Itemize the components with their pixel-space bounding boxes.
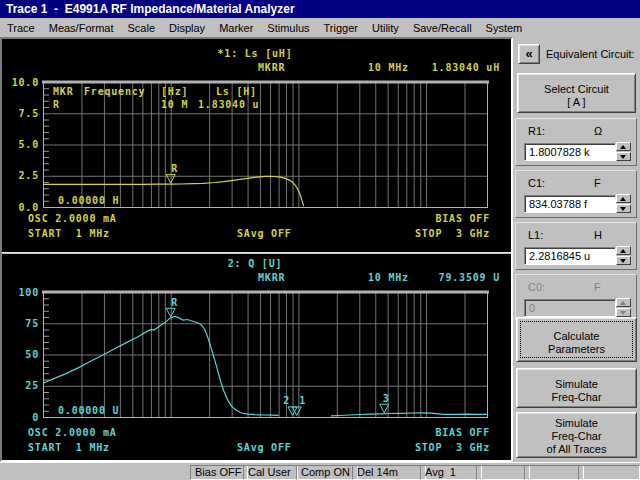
- status-bar: Bias OFFCal UserComp ONDel 14mAvg 1: [0, 462, 640, 480]
- y-tick-label: 2.5: [19, 170, 39, 181]
- y-tick-label: 100: [19, 287, 39, 298]
- y-tick-label: 25: [25, 380, 39, 391]
- status-del-14m: Del 14m: [352, 465, 426, 480]
- start-freq-label: START 1 MHz: [28, 228, 110, 239]
- calculate-label-line2: Parameters: [517, 343, 636, 356]
- param-group-r1: R1:Ω: [515, 118, 637, 166]
- param-group-l1: L1:H: [515, 222, 637, 270]
- param-unit-l1: H: [594, 229, 602, 241]
- ls-chart: 10.07.55.02.50.0R*1: Ls [uH]MKRR10 MHz1.…: [2, 39, 511, 252]
- spin-down-button-l1[interactable]: [616, 256, 631, 265]
- chart-title: 2: Q [U]: [228, 258, 283, 269]
- menu-item-utility[interactable]: Utility: [365, 22, 406, 34]
- simulate-label-line1: Simulate: [517, 378, 636, 391]
- menu-item-trace[interactable]: Trace: [0, 22, 42, 34]
- spin-up-button-r1[interactable]: [616, 142, 631, 151]
- marker-table-header: Ls [H]: [216, 86, 257, 97]
- menu-item-system[interactable]: System: [479, 22, 530, 34]
- equivalent-circuit-panel: « Equivalent Circuit: Select Circuit [ A…: [513, 37, 640, 462]
- param-group-c1: C1:F: [515, 170, 637, 218]
- spin-down-button-c1[interactable]: [616, 204, 631, 213]
- simulate-all-label-line1: Simulate: [517, 417, 636, 430]
- marker-readout-freq: 10 MHz: [368, 272, 409, 283]
- collapse-panel-button[interactable]: «: [518, 44, 540, 64]
- param-input-l1[interactable]: [524, 247, 616, 265]
- marker-table-cell: 10 M: [161, 99, 188, 110]
- y-tick-label: 50: [25, 349, 39, 360]
- param-unit-c0: F: [594, 281, 601, 293]
- param-spinner-r1: [616, 142, 631, 161]
- param-label-r1: R1:: [528, 125, 545, 137]
- marker-table-cell: 1.83040 u: [198, 99, 259, 110]
- menu-item-stimulus[interactable]: Stimulus: [260, 22, 316, 34]
- chart-title: *1: Ls [uH]: [217, 48, 292, 59]
- marker-readout-value: 79.3509 U: [439, 272, 500, 283]
- simulate-freq-char-all-traces-button[interactable]: Simulate Freq-Char of All Traces: [516, 412, 637, 458]
- y-tick-label: 7.5: [19, 108, 39, 119]
- simulate-label-line2: Freq-Char: [517, 391, 636, 404]
- y-tick-label: 75: [25, 318, 39, 329]
- marker-readout-freq: 10 MHz: [368, 62, 409, 73]
- menu-item-scale[interactable]: Scale: [121, 22, 163, 34]
- param-input-c0[interactable]: [524, 299, 616, 317]
- spin-up-button-c1[interactable]: [616, 194, 631, 203]
- select-circuit-button[interactable]: Select Circuit [ A ]: [517, 73, 636, 113]
- marker-table-header: MKR: [53, 86, 74, 97]
- q-chart: 1007550250R2132: Q [U]MKRR10 MHz79.3509 …: [2, 254, 511, 460]
- menu-item-marker[interactable]: Marker: [212, 22, 260, 34]
- marker-table-header: Frequency: [84, 86, 145, 97]
- y-tick-label: 5.0: [19, 139, 39, 150]
- marker-readout-name: MKRR: [258, 62, 285, 73]
- status-bias-off: Bias OFF: [190, 465, 248, 480]
- select-circuit-label-line2: [ A ]: [518, 96, 635, 109]
- menu-item-meas-format[interactable]: Meas/Format: [42, 22, 121, 34]
- param-spinner-c0: [616, 298, 631, 317]
- param-spinner-l1: [616, 246, 631, 265]
- spin-up-button-c0[interactable]: [616, 298, 631, 307]
- sweep-avg-label: SAvg OFF: [237, 228, 292, 239]
- spin-up-button-l1[interactable]: [616, 246, 631, 255]
- y-tick-label: 10.0: [12, 77, 39, 88]
- marker-table-cell: R: [53, 99, 60, 110]
- status-empty-cell: [476, 465, 530, 480]
- param-label-c0: C0:: [528, 281, 545, 293]
- marker-readout-value: 1.83040 uH: [432, 62, 500, 73]
- marker-2-label: 2: [283, 395, 290, 406]
- status-empty-cell: [578, 465, 640, 480]
- marker-3-triangle: [380, 404, 389, 413]
- status-cal-user: Cal User: [243, 465, 298, 480]
- reference-level-label: 0.00000 U: [58, 405, 119, 416]
- graph-display-area: 10.07.55.02.50.0R*1: Ls [uH]MKRR10 MHz1.…: [0, 37, 513, 462]
- bias-status-label: BIAS OFF: [435, 427, 490, 438]
- simulate-freq-char-button[interactable]: Simulate Freq-Char: [516, 368, 637, 408]
- menu-item-trigger[interactable]: Trigger: [317, 22, 365, 34]
- stop-freq-label: STOP 3 GHz: [415, 228, 490, 239]
- param-group-c0: C0:F: [515, 274, 637, 322]
- trace-q: [43, 316, 279, 415]
- spin-down-button-c0[interactable]: [616, 308, 631, 317]
- y-tick-label: 0.0: [19, 202, 39, 213]
- status-avg-1: Avg 1: [420, 465, 482, 480]
- title-bar: Trace 1 - E4991A RF Impedance/Material A…: [0, 0, 640, 18]
- calculate-label-line1: Calculate: [517, 330, 636, 343]
- panel-title: Equivalent Circuit:: [546, 48, 635, 60]
- select-circuit-label-line1: Select Circuit: [518, 83, 635, 96]
- start-freq-label: START 1 MHz: [28, 442, 110, 453]
- calculate-parameters-button[interactable]: Calculate Parameters: [516, 317, 637, 362]
- trace-q: [331, 413, 487, 416]
- param-input-r1[interactable]: [524, 143, 616, 161]
- param-label-c1: C1:: [528, 177, 545, 189]
- marker-readout-name: MKRR: [258, 272, 285, 283]
- status-empty-cell: [524, 465, 584, 480]
- status-comp-on: Comp ON: [296, 465, 358, 480]
- marker-r-label: R: [171, 297, 178, 308]
- menu-item-save-recall[interactable]: Save/Recall: [406, 22, 479, 34]
- param-spinner-c1: [616, 194, 631, 213]
- marker-r-label: R: [171, 163, 178, 174]
- spin-down-button-r1[interactable]: [616, 152, 631, 161]
- param-unit-r1: Ω: [594, 125, 602, 137]
- simulate-all-label-line3: of All Traces: [517, 443, 636, 456]
- menu-item-display[interactable]: Display: [162, 22, 212, 34]
- marker-3-label: 3: [383, 393, 390, 404]
- param-input-c1[interactable]: [524, 195, 616, 213]
